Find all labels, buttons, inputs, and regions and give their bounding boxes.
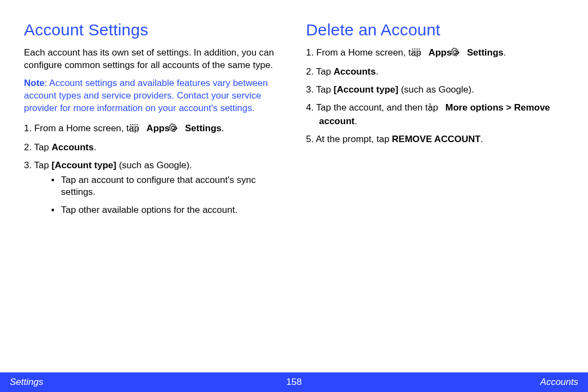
svg-point-2 xyxy=(134,124,136,125)
svg-point-1 xyxy=(132,124,134,125)
step-1: 1. From a Home screen, tap Apps > Settin… xyxy=(306,47,573,60)
svg-point-24 xyxy=(412,53,414,54)
svg-point-4 xyxy=(130,126,132,127)
step-text: At the prompt, tap xyxy=(316,134,392,144)
account-type-label: [Account type] xyxy=(52,160,117,170)
right-column: Delete an Account 1. From a Home screen,… xyxy=(306,21,573,372)
svg-point-10 xyxy=(134,128,136,130)
svg-point-6 xyxy=(134,126,136,127)
step-3: 3. Tap [Account type] (such as Google). … xyxy=(24,160,291,217)
left-column: Account Settings Each account has its ow… xyxy=(24,21,291,372)
step-3: 3. Tap [Account type] (such as Google). xyxy=(306,84,573,96)
step-4: 4. Tap the account, and then tap More op… xyxy=(306,102,573,128)
step-num: 2. xyxy=(24,142,34,152)
svg-point-25 xyxy=(414,53,416,54)
svg-point-18 xyxy=(416,48,418,50)
svg-point-15 xyxy=(137,130,138,132)
note-text: Note: Account settings and available fea… xyxy=(24,77,291,115)
note-body: : Account settings and available feature… xyxy=(24,78,268,113)
svg-point-28 xyxy=(412,55,414,57)
svg-point-0 xyxy=(130,124,132,125)
step-text: Tap xyxy=(316,84,334,95)
step-end: . xyxy=(376,66,378,77)
footer-right: Accounts xyxy=(540,377,578,388)
step-5: 5. At the prompt, tap REMOVE ACCOUNT. xyxy=(306,133,573,146)
step-num: 3. xyxy=(306,84,316,95)
svg-point-21 xyxy=(414,51,416,52)
step-text: Tap the account, and then tap xyxy=(316,102,441,113)
svg-point-16 xyxy=(412,48,414,50)
step-text: Tap xyxy=(316,66,334,77)
step-1: 1. From a Home screen, tap Apps > Settin… xyxy=(24,122,291,136)
svg-point-3 xyxy=(137,124,138,125)
svg-point-22 xyxy=(416,51,418,52)
step-text: (such as Google). xyxy=(399,84,474,95)
svg-point-5 xyxy=(132,126,134,127)
step-end: . xyxy=(222,123,224,133)
step-end: . xyxy=(481,134,483,144)
step-num: 1. xyxy=(306,47,316,58)
svg-point-27 xyxy=(419,53,420,54)
step-end: . xyxy=(504,47,506,58)
svg-point-32 xyxy=(430,103,431,105)
page-footer: Settings 158 Accounts xyxy=(0,372,588,392)
step-text: Tap xyxy=(34,160,52,170)
step-num: 5. xyxy=(306,134,316,144)
bullet-1: Tap an account to configure that account… xyxy=(51,174,291,199)
steps-list-right: 1. From a Home screen, tap Apps > Settin… xyxy=(306,47,573,146)
account-type-label: [Account type] xyxy=(334,84,399,95)
manual-page: Account Settings Each account has its ow… xyxy=(0,0,588,392)
step-text: From a Home screen, tap xyxy=(34,123,142,133)
steps-list-left: 1. From a Home screen, tap Apps > Settin… xyxy=(24,122,291,217)
sub-bullets: Tap an account to configure that account… xyxy=(37,174,291,217)
svg-point-33 xyxy=(430,106,431,108)
svg-point-9 xyxy=(132,128,134,130)
heading-delete-account: Delete an Account xyxy=(306,21,573,39)
svg-point-31 xyxy=(419,55,420,57)
svg-point-13 xyxy=(132,130,134,132)
step-num: 2. xyxy=(306,66,316,77)
accounts-label: Accounts xyxy=(334,66,376,77)
svg-point-12 xyxy=(130,130,132,132)
footer-left: Settings xyxy=(10,377,43,388)
step-num: 1. xyxy=(24,123,34,133)
svg-point-7 xyxy=(137,126,138,127)
footer-page-number: 158 xyxy=(286,377,302,388)
content-columns: Account Settings Each account has its ow… xyxy=(0,0,588,372)
step-end: . xyxy=(354,116,357,126)
svg-point-17 xyxy=(414,48,416,50)
svg-point-14 xyxy=(134,130,136,132)
settings-label: Settings xyxy=(185,123,222,133)
remove-account-label: REMOVE ACCOUNT xyxy=(392,134,481,144)
step-text: (such as Google). xyxy=(117,160,192,170)
svg-point-29 xyxy=(414,55,416,57)
accounts-label: Accounts xyxy=(52,142,94,152)
svg-point-8 xyxy=(130,128,132,130)
step-2: 2. Tap Accounts. xyxy=(306,66,573,78)
settings-label: Settings xyxy=(467,47,504,58)
step-num: 3. xyxy=(24,160,34,170)
svg-point-26 xyxy=(416,53,418,54)
bullet-2: Tap other available options for the acco… xyxy=(51,204,291,217)
svg-point-34 xyxy=(430,109,431,111)
note-label: Note xyxy=(24,78,45,88)
step-num: 4. xyxy=(306,102,316,113)
svg-point-11 xyxy=(137,128,138,130)
svg-point-19 xyxy=(419,48,420,50)
step-2: 2. Tap Accounts. xyxy=(24,142,291,154)
svg-point-23 xyxy=(419,51,420,52)
heading-account-settings: Account Settings xyxy=(24,21,291,39)
step-text: From a Home screen, tap xyxy=(316,47,424,58)
svg-point-20 xyxy=(412,51,414,52)
svg-point-30 xyxy=(416,55,418,57)
step-end: . xyxy=(94,142,96,152)
intro-text: Each account has its own set of settings… xyxy=(24,47,291,72)
step-text: Tap xyxy=(34,142,52,152)
